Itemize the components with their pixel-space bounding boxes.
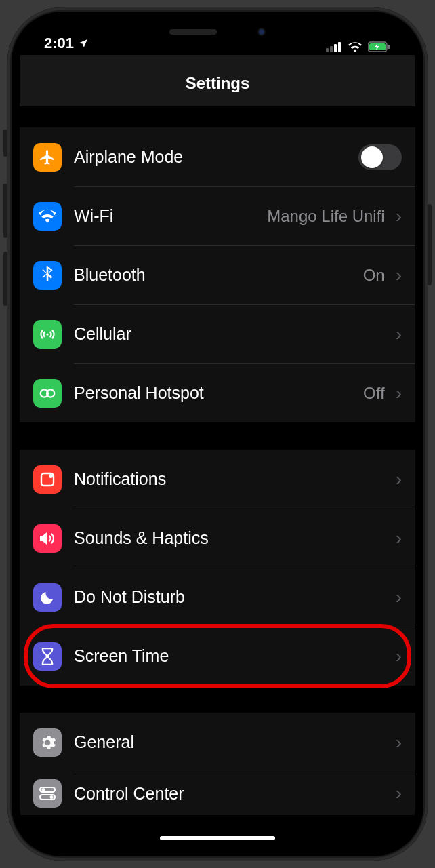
sounds-icon	[33, 524, 62, 553]
power-button[interactable]	[428, 204, 432, 285]
row-bluetooth[interactable]: Bluetooth On ›	[20, 245, 415, 304]
row-personal-hotspot[interactable]: Personal Hotspot Off ›	[20, 363, 415, 422]
settings-group-connectivity: Airplane Mode Wi-Fi Mango Life Unifi › B…	[20, 127, 415, 422]
wifi-status-icon	[348, 41, 362, 52]
row-do-not-disturb[interactable]: Do Not Disturb ›	[20, 568, 415, 627]
home-indicator[interactable]	[160, 836, 275, 840]
row-label: Control Center	[74, 784, 392, 804]
row-notifications[interactable]: Notifications ›	[20, 450, 415, 509]
row-screen-time[interactable]: Screen Time ›	[20, 627, 415, 686]
airplane-icon	[33, 143, 62, 172]
speaker-grille	[169, 29, 217, 35]
row-label: Sounds & Haptics	[74, 528, 392, 548]
phone-frame: 2:01	[7, 7, 428, 861]
status-right	[326, 41, 391, 52]
notifications-icon	[33, 465, 62, 494]
chevron-right-icon: ›	[396, 323, 402, 345]
row-control-center[interactable]: Control Center ›	[20, 772, 415, 815]
chevron-right-icon: ›	[396, 264, 402, 286]
svg-rect-1	[330, 46, 333, 52]
row-label: Wi-Fi	[74, 206, 267, 226]
svg-point-13	[42, 788, 45, 791]
battery-icon	[368, 41, 391, 52]
volume-up-button[interactable]	[3, 184, 7, 238]
airplane-toggle[interactable]	[358, 144, 402, 170]
chevron-right-icon: ›	[396, 382, 402, 404]
svg-point-15	[50, 795, 54, 799]
row-wifi[interactable]: Wi-Fi Mango Life Unifi ›	[20, 186, 415, 245]
chevron-right-icon: ›	[396, 469, 402, 490]
row-detail: Off	[363, 384, 385, 403]
row-label: Cellular	[74, 324, 392, 344]
nav-header: Settings	[20, 55, 415, 107]
chevron-right-icon: ›	[396, 732, 402, 753]
svg-rect-0	[326, 48, 329, 52]
screen-time-icon	[33, 642, 62, 671]
dnd-icon	[33, 583, 62, 612]
chevron-right-icon: ›	[396, 528, 402, 549]
row-sounds-haptics[interactable]: Sounds & Haptics ›	[20, 509, 415, 568]
settings-group-general: General › Control Center ›	[20, 713, 415, 815]
front-camera	[257, 28, 266, 36]
hotspot-icon	[33, 379, 62, 408]
row-cellular[interactable]: Cellular ›	[20, 304, 415, 363]
row-detail: Mango Life Unifi	[267, 207, 384, 226]
row-general[interactable]: General ›	[20, 713, 415, 772]
svg-rect-2	[334, 44, 337, 52]
row-label: Screen Time	[74, 646, 392, 666]
chevron-right-icon: ›	[396, 587, 402, 608]
svg-rect-7	[46, 333, 48, 335]
status-left: 2:01	[44, 35, 89, 52]
chevron-right-icon: ›	[396, 783, 402, 804]
svg-rect-3	[338, 42, 341, 52]
row-label: Bluetooth	[74, 265, 363, 285]
row-airplane-mode[interactable]: Airplane Mode	[20, 127, 415, 186]
chevron-right-icon: ›	[396, 205, 402, 227]
row-label: Do Not Disturb	[74, 587, 392, 607]
general-icon	[33, 728, 62, 757]
row-label: Personal Hotspot	[74, 383, 363, 403]
toggle-knob	[361, 146, 383, 168]
location-icon	[78, 38, 89, 49]
svg-rect-6	[388, 45, 390, 49]
screen: 2:01	[20, 20, 415, 848]
status-time: 2:01	[44, 35, 74, 52]
bluetooth-icon	[33, 261, 62, 290]
cellular-icon	[33, 320, 62, 349]
wifi-icon	[33, 202, 62, 231]
row-label: Notifications	[74, 469, 392, 489]
row-label: General	[74, 732, 392, 752]
control-center-icon	[33, 779, 62, 808]
settings-group-notifications: Notifications › Sounds & Haptics › Do No…	[20, 450, 415, 686]
page-title: Settings	[186, 74, 250, 92]
cellular-signal-icon	[326, 41, 342, 52]
silence-switch[interactable]	[3, 130, 7, 157]
row-detail: On	[363, 266, 385, 285]
svg-point-11	[49, 474, 53, 478]
volume-down-button[interactable]	[3, 252, 7, 306]
settings-list[interactable]: Airplane Mode Wi-Fi Mango Life Unifi › B…	[20, 107, 415, 848]
notch	[129, 20, 306, 44]
row-label: Airplane Mode	[74, 147, 358, 167]
chevron-right-icon: ›	[396, 646, 402, 667]
